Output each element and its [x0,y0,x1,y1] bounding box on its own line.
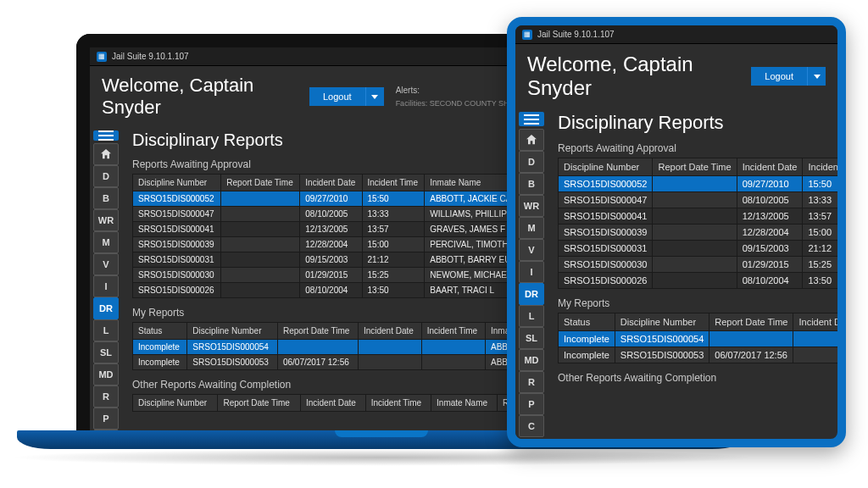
welcome-text: Welcome, Captain Snyder [527,53,739,100]
window-title: Jail Suite 9.10.1.107 [537,30,615,39]
column-header[interactable]: Discipline Number [559,158,653,176]
column-header[interactable]: Report Date Time [221,175,300,191]
table-row[interactable]: IncompleteSRSO15DIS00005306/07/2017 12:5… [559,347,838,363]
logout-group: Logout [309,87,384,106]
column-header[interactable]: Report Date Time [277,323,358,340]
sidebar-item-dr[interactable]: DR [93,297,119,319]
logout-button[interactable]: Logout [751,67,807,86]
column-header[interactable]: Status [133,323,187,340]
column-header[interactable]: Incident Date [300,175,362,191]
table-row[interactable]: SRSO15DIS00003001/29/201515:25 [559,257,838,273]
home-icon [99,147,113,161]
sidebar-item-l[interactable]: L [93,319,119,341]
table-row[interactable]: SRSO15DIS00004112/13/200513:57 [559,208,838,225]
sidebar-item-r[interactable]: R [519,371,544,393]
sidebar-item-p[interactable]: P [93,408,119,430]
column-header[interactable]: Discipline Number [615,313,709,331]
table-row[interactable]: SRSO15DIS00004708/10/200513:33 [559,192,838,208]
tablet-device: ▦ Jail Suite 9.10.1.107 Welcome, Captain… [507,17,846,447]
hamburger-menu[interactable] [519,112,544,126]
sidebar-item-v[interactable]: V [519,239,544,261]
sidebar-item-sl[interactable]: SL [93,341,119,363]
app-icon: ▦ [97,52,107,62]
column-header[interactable]: Discipline Number [187,323,278,340]
table-row[interactable]: IncompleteSRSO15DIS000054 [559,331,838,347]
main-content: Disciplinary Reports Reports Awaiting Ap… [548,110,837,439]
sidebar-item-p[interactable]: P [519,393,544,415]
column-header[interactable]: Discipline Number [133,395,218,412]
window-title: Jail Suite 9.10.1.107 [112,52,189,61]
hamburger-menu[interactable] [93,130,119,141]
column-header[interactable]: Report Date Time [653,158,737,176]
column-header[interactable]: Discipline Number [133,175,221,191]
table-row[interactable]: SRSO15DIS00003912/28/200415:00 [559,225,838,241]
sidebar-item-l[interactable]: L [519,305,544,327]
sidebar-item-b[interactable]: B [519,173,544,195]
sidebar: DBWRMVIDRLSLMDRPC [90,129,122,430]
sidebar-item-md[interactable]: MD [93,363,119,385]
sidebar-item-r[interactable]: R [93,385,119,408]
column-header[interactable]: Incident Date [300,395,365,412]
sidebar-item-dr[interactable]: DR [519,283,544,305]
window-titlebar: ▦ Jail Suite 9.10.1.107 [515,25,837,44]
sidebar-item-d[interactable]: D [93,165,119,187]
sidebar-item-home[interactable] [93,143,119,165]
sidebar-item-c[interactable]: C [519,415,544,437]
table-my-reports[interactable]: StatusDiscipline NumberReport Date TimeI… [558,313,837,363]
sidebar-item-b[interactable]: B [93,187,119,209]
table-awaiting[interactable]: Discipline NumberReport Date TimeInciden… [558,158,837,289]
column-header[interactable]: Incident Time [421,323,485,340]
table-row[interactable]: SRSO15DIS00002608/10/200413:50 [559,273,838,289]
column-header[interactable]: Incident Time [365,395,431,412]
logout-dropdown[interactable] [807,67,826,86]
section-title-other: Other Reports Awaiting Completion [558,372,829,384]
column-header[interactable]: Incident Date [793,313,837,331]
sidebar-item-home[interactable] [519,129,544,151]
chevron-down-icon [371,95,378,99]
table-row[interactable]: SRSO15DIS00005209/27/201015:50 [559,176,838,192]
sidebar-item-md[interactable]: MD [519,349,544,371]
sidebar: DBWRMVIDRLSLMDRPC [515,110,548,439]
app-icon: ▦ [522,30,532,40]
column-header[interactable]: Report Date Time [218,395,301,412]
sidebar-item-v[interactable]: V [93,253,119,275]
sidebar-item-wr[interactable]: WR [93,209,119,231]
column-header[interactable]: Incident Date [358,323,421,340]
sidebar-item-m[interactable]: M [93,231,119,253]
body: DBWRMVIDRLSLMDRPC Disciplinary Reports R… [515,110,837,439]
header: Welcome, Captain Snyder Logout [515,44,837,110]
sidebar-item-wr[interactable]: WR [519,195,544,217]
sidebar-item-i[interactable]: I [93,275,119,297]
sidebar-item-d[interactable]: D [519,151,544,173]
section-title-mine: My Reports [558,297,829,309]
welcome-text: Welcome, Captain Snyder [102,75,298,119]
column-header[interactable]: Incident Date [737,158,803,176]
chevron-down-icon [814,75,821,79]
column-header[interactable]: Status [559,313,615,331]
sidebar-item-m[interactable]: M [519,217,544,239]
home-icon [525,133,538,147]
sidebar-item-sl[interactable]: SL [519,327,544,349]
logout-dropdown[interactable] [365,87,384,106]
logout-group: Logout [751,67,826,86]
section-title-awaiting: Reports Awaiting Approval [558,142,829,154]
column-header[interactable]: Incident Time [362,175,425,191]
laptop-shadow [8,449,754,466]
table-row[interactable]: SRSO15DIS00003109/15/200321:12 [559,241,838,257]
column-header[interactable]: Incident Time [803,158,837,176]
app-tablet: ▦ Jail Suite 9.10.1.107 Welcome, Captain… [515,25,837,439]
logout-button[interactable]: Logout [309,87,365,106]
page-title: Disciplinary Reports [558,112,829,134]
sidebar-item-i[interactable]: I [519,261,544,283]
column-header[interactable]: Report Date Time [709,313,793,331]
column-header[interactable]: Inmate Name [431,395,498,412]
